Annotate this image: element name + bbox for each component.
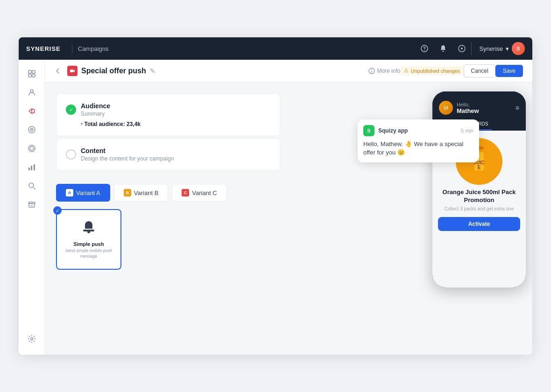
variant-b-button[interactable]: B Variant B xyxy=(114,184,169,202)
page-title: Special offer push xyxy=(81,67,146,75)
push-type-name: Simple push xyxy=(73,241,104,247)
svg-point-17 xyxy=(29,183,34,188)
svg-rect-21 xyxy=(70,70,73,72)
variant-a-dot: A xyxy=(66,189,73,196)
navbar-icons: ? xyxy=(419,43,467,54)
sidebar xyxy=(19,60,45,355)
svg-rect-26 xyxy=(87,231,90,233)
content-area: Special offer push ✎ i More info ⚠ Unpub… xyxy=(45,60,532,355)
phone-user: M Hello, Mathew xyxy=(439,101,479,115)
compass-icon[interactable] xyxy=(456,43,467,54)
product-sub: Collect 3 packs and get extra one xyxy=(445,206,514,211)
activate-button[interactable]: Activate xyxy=(438,217,520,231)
main-content: ✓ Audience Summary • Total audience: 23,… xyxy=(45,82,532,355)
main-area: Special offer push ✎ i More info ⚠ Unpub… xyxy=(19,60,532,355)
notif-app-name: Squizy app xyxy=(378,127,457,134)
svg-point-20 xyxy=(30,338,33,340)
svg-rect-7 xyxy=(32,74,35,77)
content-step: Content Design the content for your camp… xyxy=(56,138,280,171)
steps-panel: ✓ Audience Summary • Total audience: 23,… xyxy=(56,93,280,270)
save-button[interactable]: Save xyxy=(495,65,523,77)
phone-username: Mathew xyxy=(457,107,479,114)
push-type-area: ✓ Simple push Send simple mobile xyxy=(56,209,280,270)
svg-text:?: ? xyxy=(423,46,426,51)
push-bell-icon xyxy=(81,219,96,238)
svg-rect-24 xyxy=(83,230,94,231)
audience-step: ✓ Audience Summary • Total audience: 23,… xyxy=(56,93,280,136)
phone-menu-icon: ≡ xyxy=(516,104,519,112)
svg-rect-4 xyxy=(28,70,31,73)
variant-a-button[interactable]: A Variant A xyxy=(56,184,110,202)
push-selected-check: ✓ xyxy=(53,206,62,215)
svg-point-13 xyxy=(30,147,34,150)
variant-a-label: Variant A xyxy=(76,189,100,196)
audience-title: Audience xyxy=(81,102,110,110)
sidebar-item-target1[interactable] xyxy=(23,121,40,138)
content-title: Content xyxy=(81,147,174,154)
svg-point-32 xyxy=(477,169,481,173)
notif-header: S Squizy app 5 min xyxy=(363,125,473,136)
svg-text:i: i xyxy=(371,69,373,74)
logo: SYNERISE xyxy=(26,45,61,52)
nav-divider xyxy=(72,44,72,53)
notif-message: Hello, Mathew. 🤚 We have a special offer… xyxy=(363,140,473,157)
help-icon[interactable]: ? xyxy=(419,43,430,54)
audience-label: Total audience: xyxy=(85,121,125,127)
notif-app-icon: S xyxy=(363,125,374,136)
variants-row: A Variant A B Variant B C Variant C xyxy=(56,184,280,202)
audience-step-header: ✓ Audience Summary xyxy=(66,102,270,117)
svg-point-12 xyxy=(28,145,35,152)
audience-value: 23,4k xyxy=(127,121,141,127)
svg-point-3 xyxy=(461,48,463,49)
content-check xyxy=(66,149,76,160)
variant-c-label: Variant C xyxy=(192,189,217,196)
variant-b-dot: B xyxy=(124,189,131,196)
avatar: S xyxy=(512,42,525,55)
audience-detail: • Total audience: 23,4k xyxy=(81,121,270,127)
cancel-button[interactable]: Cancel xyxy=(464,64,495,77)
variant-c-button[interactable]: C Variant C xyxy=(172,184,226,202)
bell-icon[interactable] xyxy=(438,43,449,54)
sidebar-item-analytics[interactable] xyxy=(23,159,40,175)
unpublished-badge: ⚠ Unpublished changes xyxy=(400,66,464,75)
simple-push-card[interactable]: ✓ Simple push Send simple mobile xyxy=(56,209,121,270)
nav-section: Campaigns xyxy=(78,45,109,52)
svg-point-11 xyxy=(31,129,32,130)
content-step-header: Content Design the content for your camp… xyxy=(66,147,270,162)
variant-c-dot: C xyxy=(182,189,189,196)
sidebar-item-search[interactable] xyxy=(23,177,40,194)
phone-avatar: M xyxy=(439,101,453,115)
variant-b-label: Variant B xyxy=(134,189,159,196)
edit-title-button[interactable]: ✎ xyxy=(150,67,155,75)
user-name: Synerise xyxy=(479,45,503,52)
push-type-description: Send simple mobile push message xyxy=(63,248,115,259)
svg-rect-14 xyxy=(28,168,30,170)
page-header: Special offer push ✎ i More info ⚠ Unpub… xyxy=(45,60,532,82)
svg-rect-5 xyxy=(32,70,35,73)
back-button[interactable] xyxy=(54,67,62,75)
user-menu[interactable]: Synerise ▾ S xyxy=(471,42,525,55)
more-info-button[interactable]: i More info xyxy=(368,68,400,74)
sidebar-item-target2[interactable] xyxy=(23,140,40,157)
phone-greeting: Hello, xyxy=(457,102,479,107)
page-type-icon xyxy=(67,66,78,76)
navbar: SYNERISE Campaigns ? xyxy=(19,37,532,60)
phone-area: S Squizy app 5 min Hello, Mathew. 🤚 We h… xyxy=(372,91,521,355)
sidebar-item-users[interactable] xyxy=(23,84,40,101)
svg-rect-6 xyxy=(28,74,31,77)
svg-rect-16 xyxy=(34,164,35,170)
audience-check: ✓ xyxy=(66,105,76,115)
notification-popup: S Squizy app 5 min Hello, Mathew. 🤚 We h… xyxy=(358,119,479,162)
sidebar-item-archive[interactable] xyxy=(23,196,40,213)
audience-subtitle: Summary xyxy=(81,111,110,117)
phone-header: M Hello, Mathew ≡ xyxy=(432,95,526,119)
sidebar-item-settings[interactable] xyxy=(23,330,40,347)
sidebar-item-campaigns[interactable] xyxy=(23,103,40,119)
svg-point-8 xyxy=(30,90,33,92)
svg-rect-15 xyxy=(31,166,32,170)
notif-time: 5 min xyxy=(461,128,473,133)
content-subtitle: Design the content for your campaign xyxy=(81,155,174,162)
sidebar-item-layout[interactable] xyxy=(23,65,40,82)
product-title: Orange Juice 500ml Pack Promotion xyxy=(438,189,520,204)
